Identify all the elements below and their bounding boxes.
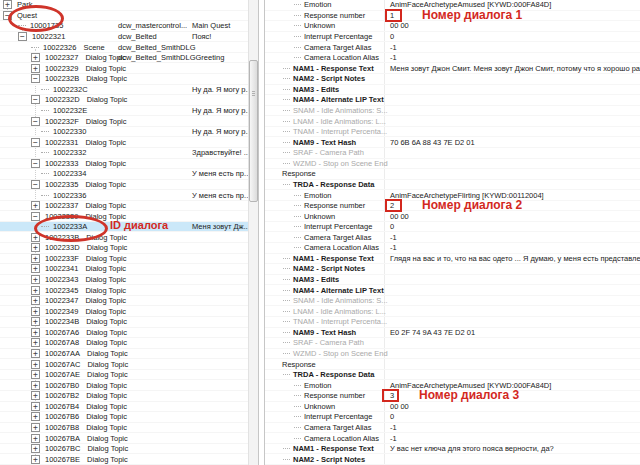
collapse-icon[interactable]: − [3, 11, 12, 20]
expand-icon[interactable]: + [31, 391, 40, 400]
field-value[interactable]: 70 6B 6A 88 43 7E D2 01 [390, 137, 475, 147]
field-value[interactable]: -1 [390, 53, 397, 63]
field-value[interactable]: 00 00 [390, 21, 409, 31]
field-value[interactable]: 2 [390, 201, 394, 211]
tree-row[interactable]: −1002232FDialog Topic [0, 116, 248, 127]
field-value[interactable]: 1 [390, 11, 394, 21]
field-row[interactable]: NAM9 - Text HashE0 2F 74 9A 43 7E D2 01 [265, 328, 640, 339]
tree-row[interactable]: +1002233DDialog Topic [0, 243, 248, 254]
field-row[interactable]: Unknown00 00 [265, 21, 640, 32]
tree-row[interactable]: 1002233AМеня зовут Дж... [0, 222, 248, 233]
tree-row[interactable]: −10022335Dialog Topic [0, 180, 248, 191]
expand-icon[interactable]: + [31, 53, 40, 62]
expand-icon[interactable]: + [31, 254, 40, 263]
field-row[interactable]: Camera Target Alias-1 [265, 42, 640, 53]
tree-row[interactable]: +100267BEDialog Topic [0, 454, 248, 465]
field-row[interactable]: NAM1 - Response TextГлядя на вас и то, ч… [265, 254, 640, 265]
expand-icon[interactable]: + [31, 338, 40, 347]
expand-icon[interactable]: + [31, 444, 40, 453]
field-value[interactable]: Глядя на вас и то, что на вас одето ... … [390, 254, 640, 264]
collapse-icon[interactable]: − [31, 159, 40, 168]
tree-row[interactable]: −10022333Dialog Topic [0, 159, 248, 170]
field-value[interactable]: 00 00 [390, 402, 409, 412]
tree-row[interactable]: +10022343Dialog Topic [0, 275, 248, 286]
tree-row[interactable]: 10001735dcw_mastercontrol...Main Quest [0, 21, 248, 32]
field-row[interactable]: Interrupt Percentage0 [265, 412, 640, 423]
expand-icon[interactable]: + [31, 402, 40, 411]
tree-row[interactable]: +1002233FDialog Topic [0, 254, 248, 265]
tree-row[interactable]: +Park [0, 0, 248, 11]
tree-row[interactable]: +10022337Dialog Topic [0, 201, 248, 212]
expand-icon[interactable]: + [31, 360, 40, 369]
expand-icon[interactable]: + [3, 0, 12, 9]
tree-row[interactable]: +1002234BDialog Topic [0, 317, 248, 328]
field-row[interactable]: NAM4 - Alternate LIP Text [265, 95, 640, 106]
field-row[interactable]: Unknown00 00 [265, 402, 640, 413]
field-row[interactable]: Camera Target Alias-1 [265, 423, 640, 434]
field-row[interactable]: TNAM - Interrupt Percenta... [265, 317, 640, 328]
field-row[interactable]: Response number2 [265, 201, 640, 212]
field-row[interactable]: EmotionAnimFaceArchetypeAmused [KYWD:000… [265, 0, 640, 11]
field-row[interactable]: SRAF - Camera Path [265, 338, 640, 349]
tree-row[interactable]: +100267B2Dialog Topic [0, 391, 248, 402]
collapse-icon[interactable]: − [31, 95, 40, 104]
tree-row[interactable]: +100267A8Dialog Topic [0, 338, 248, 349]
tree-row[interactable]: 1002232CНу да. Я могу р... [0, 85, 248, 96]
tree-row[interactable]: −1002232DDialog Topic [0, 95, 248, 106]
field-value[interactable]: 0 [390, 412, 394, 422]
field-row[interactable]: TRDA - Response Data [265, 180, 640, 191]
field-row[interactable]: SNAM - Idle Animations: S... [265, 296, 640, 307]
collapse-icon[interactable]: − [31, 74, 40, 83]
expand-icon[interactable]: + [31, 423, 40, 432]
tree-row[interactable]: +10022327Dialog Topicdcw_Belted_SmithDLG… [0, 53, 248, 64]
tree-row[interactable]: +100267A6Dialog Topic [0, 328, 248, 339]
field-row[interactable]: NAM2 - Script Notes [265, 74, 640, 85]
field-row[interactable]: TRDA - Response Data [265, 370, 640, 381]
tree-row[interactable]: 1002232EНу да. Я могу р... [0, 106, 248, 117]
expand-icon[interactable]: + [31, 201, 40, 210]
field-value[interactable]: -1 [390, 233, 397, 243]
field-row[interactable]: WZMD - Stop on Scene End [265, 159, 640, 170]
tree-row[interactable]: 10022332Здравствуйте! ... [0, 148, 248, 159]
tree-row[interactable]: +10022349Dialog Topic [0, 306, 248, 317]
field-value[interactable]: 0 [390, 32, 394, 42]
field-row[interactable]: Camera Location Alias-1 [265, 433, 640, 444]
tree-row[interactable]: +100267B0Dialog Topic [0, 380, 248, 391]
field-row[interactable]: WZMD - Stop on Scene End [265, 349, 640, 360]
field-row[interactable]: NAM1 - Response TextМеня зовут Джон Смит… [265, 63, 640, 74]
field-value[interactable]: -1 [390, 42, 397, 52]
collapse-icon[interactable]: − [31, 138, 40, 147]
expand-icon[interactable]: + [31, 349, 40, 358]
field-value[interactable]: 00 00 [390, 211, 409, 221]
field-row[interactable]: EmotionAnimFaceArchetypeFlirting [KYWD:0… [265, 190, 640, 201]
tree-scrollbar[interactable] [248, 0, 258, 465]
field-row[interactable]: SNAM - Idle Animations: S... [265, 106, 640, 117]
collapse-icon[interactable]: − [18, 32, 27, 41]
expand-icon[interactable]: + [31, 286, 40, 295]
expand-icon[interactable]: + [31, 233, 40, 242]
field-value[interactable]: AnimFaceArchetypeAmused [KYWD:000FA84D] [390, 0, 551, 10]
collapse-icon[interactable]: − [31, 180, 40, 189]
tree-row[interactable]: +10022329Dialog Topic [0, 63, 248, 74]
field-value[interactable]: У вас нет ключа для этого пояса верности… [390, 444, 554, 454]
field-row[interactable]: Interrupt Percentage0 [265, 32, 640, 43]
expand-icon[interactable]: + [31, 381, 40, 390]
field-row[interactable]: Response number3 [265, 391, 640, 402]
tree-row[interactable]: +10022347Dialog Topic [0, 296, 248, 307]
tree-row[interactable]: +100267BADialog Topic [0, 433, 248, 444]
tree-row[interactable]: −Quest [0, 11, 248, 22]
tree-row[interactable]: +100267ACDialog Topic [0, 359, 248, 370]
tree-row[interactable]: −10022331Dialog Topic [0, 137, 248, 148]
field-value[interactable]: -1 [390, 423, 397, 433]
expand-icon[interactable]: + [31, 307, 40, 316]
field-row[interactable]: NAM2 - Script Notes [265, 264, 640, 275]
field-row[interactable]: Response [265, 169, 640, 180]
field-row[interactable]: Unknown00 00 [265, 211, 640, 222]
field-row[interactable]: TNAM - Interrupt Percenta... [265, 127, 640, 138]
collapse-icon[interactable]: − [31, 117, 40, 126]
field-row[interactable]: LNAM - Idle Animations: L... [265, 116, 640, 127]
expand-icon[interactable]: + [31, 370, 40, 379]
tree-row[interactable]: +100267B4Dialog Topic [0, 402, 248, 413]
field-row[interactable]: Camera Target Alias-1 [265, 233, 640, 244]
tree-row[interactable]: 10022336У меня есть пр... [0, 190, 248, 201]
